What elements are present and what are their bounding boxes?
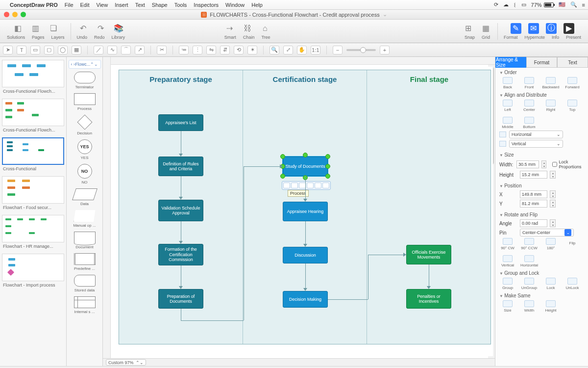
ungroup-button[interactable]: UnGroup <box>521 278 538 290</box>
flow-box[interactable]: Preparation of Documents <box>158 289 203 309</box>
snap-button[interactable]: ⊞ <box>463 23 474 34</box>
height-input[interactable]: 15.2 mm <box>520 171 547 179</box>
distribute-tool[interactable]: ⋮ <box>193 46 202 54</box>
flow-box[interactable]: Formation of the Certification Commissio… <box>158 244 203 265</box>
zoom-window-button[interactable] <box>21 12 26 17</box>
menu-edit[interactable]: Edit <box>80 2 90 8</box>
flow-box-selected[interactable]: Study of Documents <box>283 157 328 176</box>
angle-tool[interactable]: ✶ <box>247 46 257 54</box>
flow-box[interactable]: Penalties or Incentives <box>406 289 451 309</box>
align-bottom-button[interactable]: Bottom <box>521 117 538 129</box>
connector[interactable] <box>368 255 368 299</box>
present-button[interactable]: ▶ <box>564 23 574 34</box>
resize-handle[interactable] <box>325 154 330 159</box>
format-button[interactable]: ✎ <box>511 23 521 34</box>
shape-manual-op[interactable]: Manual op ... <box>73 210 96 228</box>
ruler-vertical[interactable] <box>103 57 111 358</box>
wifi-icon[interactable]: ⧙ <box>514 2 516 8</box>
resize-handle[interactable] <box>325 164 330 169</box>
pages-button[interactable]: ▥ <box>30 23 41 34</box>
hypernote-button[interactable]: ✉ <box>528 23 539 34</box>
section-title[interactable]: Make Same <box>499 293 584 298</box>
rotate-180-button[interactable]: 180° <box>542 238 559 250</box>
pages-panel[interactable]: Cross-Functional Flowch... Cross-Functio… <box>0 57 67 366</box>
library-button[interactable]: 📚 <box>113 23 124 34</box>
connector[interactable] <box>244 166 281 167</box>
chain-connector-button[interactable]: ⛓ <box>242 23 253 34</box>
zoom-out-button[interactable]: − <box>333 46 343 54</box>
connector[interactable] <box>305 176 306 200</box>
zoom-select[interactable]: Custom 97%⌃⌄ <box>106 359 146 366</box>
polyline-tool[interactable]: ∿ <box>107 46 117 54</box>
lane-header-1[interactable]: Preparatory stage <box>119 75 243 83</box>
menu-window[interactable]: Window <box>225 2 245 8</box>
smart-connector-button[interactable]: ⇢ <box>224 23 235 34</box>
flow-box[interactable]: Decision Making <box>283 291 328 308</box>
menu-inspectors[interactable]: Inspectors <box>194 2 219 8</box>
pointer-tool[interactable]: ➤ <box>3 46 13 54</box>
redo-button[interactable]: ↷ <box>96 23 106 34</box>
actual-size-tool[interactable]: 1:1 <box>311 46 320 54</box>
flip-horizontal-button[interactable]: Horizontal <box>521 255 538 267</box>
flip-h-tool[interactable]: ⇋ <box>206 46 216 54</box>
flow-box[interactable]: Discussion <box>283 247 328 263</box>
connector[interactable] <box>305 221 306 245</box>
connector[interactable] <box>181 309 181 320</box>
zoom-tool[interactable]: 🔍 <box>270 46 279 54</box>
table-tool[interactable]: ▦ <box>72 46 81 54</box>
menu-text[interactable]: Text <box>135 2 145 8</box>
angle-input[interactable]: 0.00 rad <box>520 219 547 227</box>
connector[interactable] <box>181 221 181 242</box>
shape-stored-data[interactable]: Stored data <box>74 275 96 292</box>
x-stepper[interactable]: ▴▾ <box>550 190 556 198</box>
page-thumb[interactable]: Flowchart - HR manage... <box>2 215 64 249</box>
shape-terminator[interactable]: Terminator <box>74 72 96 89</box>
section-title[interactable]: Rotate and Flip <box>499 212 584 217</box>
lock-button[interactable]: Lock <box>542 278 559 290</box>
shape-document[interactable]: Document <box>74 232 96 249</box>
section-title[interactable]: Order <box>499 70 584 75</box>
shape-data[interactable]: Data <box>74 188 96 206</box>
width-stepper[interactable]: ▴▾ <box>541 160 546 168</box>
order-front-button[interactable]: Front <box>521 77 538 89</box>
flow-box[interactable]: Validation Schedule Approval <box>158 200 203 221</box>
width-input[interactable]: 30.5 mm <box>516 160 539 168</box>
flow-box[interactable]: Appraisee Hearing <box>283 202 328 221</box>
menu-view[interactable]: View <box>97 2 108 8</box>
menu-extra-icon[interactable]: ≡ <box>582 2 585 8</box>
align-center-button[interactable]: Center <box>521 100 538 112</box>
page-thumb[interactable]: Cross-Functional Flowch... <box>2 60 64 94</box>
unlock-button[interactable]: UnLock <box>564 278 581 290</box>
section-title[interactable]: Group and Lock <box>499 270 584 276</box>
section-title[interactable]: Size <box>499 152 584 158</box>
fit-tool[interactable]: ⤢ <box>283 46 293 54</box>
same-width-button[interactable]: Width <box>521 300 538 313</box>
align-top-button[interactable]: Top <box>564 100 581 112</box>
rounded-rect-tool[interactable]: ▢ <box>44 46 54 54</box>
hand-tool[interactable]: ✋ <box>297 46 307 54</box>
align-tool[interactable]: ≔ <box>179 46 189 54</box>
connector[interactable] <box>244 166 244 320</box>
same-size-button[interactable]: Size <box>499 300 516 313</box>
flow-box[interactable]: Officials Exercise Movements <box>406 245 451 264</box>
align-right-button[interactable]: Right <box>542 100 559 112</box>
order-backward-button[interactable]: Backward <box>542 77 559 89</box>
connector-tool[interactable]: ↗ <box>135 46 145 54</box>
rect-tool[interactable]: ▭ <box>30 46 40 54</box>
quick-action[interactable] <box>322 183 329 188</box>
shape-internal-storage[interactable]: Internal s ... <box>74 296 96 314</box>
quick-action[interactable] <box>299 183 306 188</box>
minimize-window-button[interactable] <box>12 12 18 17</box>
crop-tool[interactable]: ✂ <box>157 46 167 54</box>
order-forward-button[interactable]: Forward <box>564 77 581 89</box>
line-tool[interactable]: ／ <box>94 46 103 54</box>
quick-action[interactable] <box>283 183 290 188</box>
lane-header-2[interactable]: Certification stage <box>243 75 367 83</box>
cloud-icon[interactable]: ☁ <box>503 1 509 8</box>
connector[interactable] <box>429 264 429 287</box>
layers-button[interactable]: ❏ <box>48 23 59 34</box>
flow-box[interactable]: Appraisee's List <box>158 114 203 131</box>
resize-handle[interactable] <box>280 174 285 179</box>
text-tool[interactable]: T <box>17 46 26 54</box>
spotlight-icon[interactable]: 🔍 <box>570 1 577 8</box>
